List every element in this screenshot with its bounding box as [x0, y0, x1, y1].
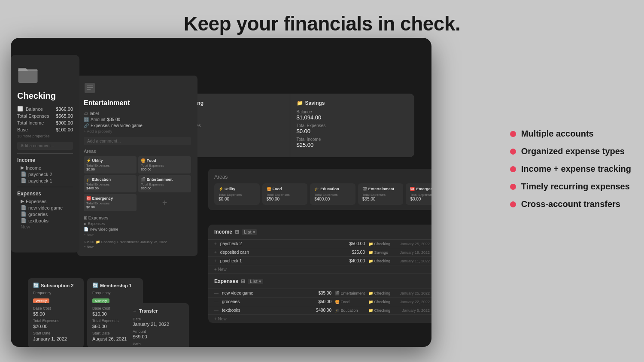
- device-frame: Checking ⬜ Balance $366.00 Total Expense…: [11, 38, 431, 347]
- feature-text-4: Timely recurring expenses: [521, 182, 630, 192]
- areas-grid: ⚡ Utility Total Expenses $0.00 🍔 Food To…: [84, 156, 191, 211]
- feature-expense-types: Organized expense types: [510, 146, 631, 156]
- area-utility: ⚡ Utility Total Expenses $0.00: [84, 156, 137, 173]
- transfer-card: ↔ Transfer Date January 21, 2022 Amount …: [127, 303, 189, 347]
- savings-account-card: 📁 Savings Balance $1,094.00 Total Expens…: [290, 94, 415, 157]
- sidebar-title: Checking: [17, 91, 73, 101]
- areas-cards: ⚡ Utility Total Expenses $0.00 🍔 Food To…: [214, 183, 431, 205]
- comment-box[interactable]: Add a comment...: [17, 142, 73, 150]
- ent-expenses-link[interactable]: new video game: [111, 123, 143, 128]
- entertainment-title: Entertainment: [84, 99, 191, 107]
- income-header: Income ⊞ List ▾: [208, 225, 431, 240]
- weekly-badge: Weekly: [33, 298, 49, 303]
- new-link[interactable]: New: [21, 224, 73, 229]
- ent-amount-value: $35.00: [107, 117, 120, 122]
- textbooks-link[interactable]: 📄textbooks: [21, 218, 73, 223]
- feature-recurring: Timely recurring expenses: [510, 182, 631, 192]
- feature-transfers: Cross-account transfers: [510, 199, 631, 209]
- folder-icon: [17, 64, 39, 85]
- entertainment-page-icon: [84, 82, 96, 94]
- feature-text-5: Cross-account transfers: [521, 199, 620, 209]
- income-section-label: Income: [17, 157, 73, 163]
- area-emergency: 🆘 Emergency Total Expenses $0.00: [84, 194, 137, 211]
- trans-row-deposited-cash: + deposited cash $25.00 📁 Savings Januar…: [208, 248, 431, 257]
- savings-folder-icon: 📁: [297, 100, 303, 106]
- ent-amount-label: Amount: [91, 117, 105, 122]
- entertainment-panel: Entertainment 🏷 label 🔢 Amount $35.00 🔗 …: [77, 76, 197, 256]
- area-card-utility: ⚡ Utility Total Expenses $0.00: [214, 183, 260, 205]
- ent-label1: label: [90, 111, 99, 116]
- page-heading: Keep your financials in check.: [0, 12, 644, 35]
- areas-title: Areas: [84, 149, 191, 154]
- feature-text-2: Organized expense types: [521, 146, 625, 156]
- feature-dot-3: [510, 166, 516, 172]
- accounts-row: 📁 Checking Balance $366.00 Total Expense…: [165, 94, 414, 157]
- expenses-mini-section: ⊞ Expenses ▶ Expenses 📄new video game + …: [84, 216, 191, 237]
- more-properties: 13 more properties: [17, 134, 50, 138]
- trans-row-paycheck2: + paycheck 2 $500.00 📁 Checking January …: [208, 240, 431, 248]
- feature-dot-1: [510, 131, 516, 137]
- balance-icon: ⬜: [17, 106, 23, 112]
- balance-value: $366.00: [56, 106, 73, 112]
- base-value: $100.00: [56, 127, 73, 132]
- total-income-label: Total Income: [17, 120, 44, 125]
- trans-row-groceries: — groceries $50.00 🍔 Food 📁 Checking Jan…: [208, 298, 431, 306]
- expense-new[interactable]: + New: [208, 315, 431, 323]
- expenses-header: Expenses ⊞ List ▾: [208, 274, 431, 289]
- area-card-food: 🍔 Food Total Expenses $50.00: [262, 183, 308, 205]
- areas-section-title: Areas: [214, 174, 431, 180]
- feature-text-3: Income + expense tracking: [521, 164, 631, 174]
- svg-rect-1: [85, 83, 95, 93]
- trans-row-new-video-game: — new video game $35.00 🎬 Entertainment …: [208, 289, 431, 298]
- subscription2-card: 🔄 Subscription 2 Frequency Weekly Base C…: [28, 278, 84, 347]
- income-new[interactable]: + New: [208, 265, 431, 274]
- area-card-education: 🎓 Education Total Expenses $400.00: [310, 183, 355, 205]
- checking-sidebar: Checking ⬜ Balance $366.00 Total Expense…: [11, 55, 79, 252]
- big-transactions-panel: Income ⊞ List ▾ + paycheck 2 $500.00 📁 C…: [208, 225, 431, 323]
- income-link[interactable]: ▶Income: [21, 165, 73, 170]
- feature-list: Multiple accounts Organized expense type…: [510, 129, 631, 217]
- expenses-link[interactable]: ▶Expenses: [21, 198, 73, 204]
- main-areas-section: Areas ⚡ Utility Total Expenses $0.00 🍔 F…: [208, 169, 431, 210]
- total-income-value: $900.00: [56, 120, 73, 125]
- paycheck1-link[interactable]: 📄paycheck 1: [21, 178, 73, 183]
- total-expenses-value: $565.00: [56, 113, 73, 119]
- add-property[interactable]: + Add a property: [84, 129, 112, 134]
- add-area[interactable]: +: [138, 194, 191, 211]
- feature-income-expense: Income + expense tracking: [510, 164, 631, 174]
- area-card-emergency: 🆘 Emergency Total Expenses $0.00: [406, 183, 431, 205]
- feature-dot-4: [510, 184, 516, 190]
- paycheck2-link[interactable]: 📄paycheck 2: [21, 171, 73, 177]
- balance-label: Balance: [26, 106, 43, 112]
- ent-comment[interactable]: Add a comment...: [84, 137, 191, 145]
- monthly-badge: Monthly: [92, 298, 109, 303]
- feature-dot-2: [510, 149, 516, 155]
- groceries-link[interactable]: 📄groceries: [21, 211, 73, 217]
- new-video-game-link[interactable]: 📄new video game: [21, 205, 73, 210]
- trans-row-textbooks: — textbooks $400.00 🎓 Education 📁 Checki…: [208, 306, 431, 315]
- base-label: Base: [17, 127, 28, 132]
- expenses-section-label: Expenses: [17, 191, 73, 197]
- area-education: 🎓 Education Total Expenses $400.00: [84, 175, 137, 192]
- feature-multiple-accounts: Multiple accounts: [510, 129, 631, 139]
- subscription-cards: 🔄 Subscription 2 Frequency Weekly Base C…: [28, 278, 143, 347]
- feature-text-1: Multiple accounts: [521, 129, 594, 139]
- ent-expenses-label: Expenses: [91, 123, 109, 128]
- area-entertainment: 🎬 Entertainment Total Expenses $35.00: [138, 175, 191, 192]
- area-food: 🍔 Food Total Expenses $50.00: [138, 156, 191, 173]
- area-card-entertainment: 🎬 Entertainment Total Expenses $35.00: [358, 183, 404, 205]
- feature-dot-5: [510, 201, 516, 207]
- trans-row-paycheck1: + paycheck 1 $400.00 📁 Checking January …: [208, 257, 431, 265]
- total-expenses-label: Total Expenses: [17, 113, 49, 119]
